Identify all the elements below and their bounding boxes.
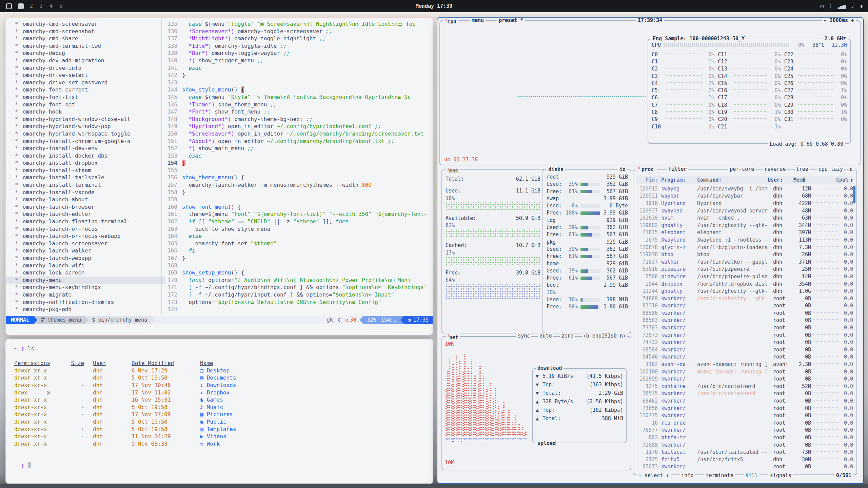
file-list-item[interactable]: *omarchy-launch-browser bbox=[15, 203, 167, 211]
process-row[interactable]: 68586kworker/root0B0.0 bbox=[636, 309, 853, 317]
file-list-item[interactable]: *omarchy-launch-webapp bbox=[15, 255, 167, 262]
file-list-item[interactable]: *omarchy-font-list bbox=[15, 94, 167, 101]
process-row[interactable]: 72088kworker/root0B0.0 bbox=[636, 441, 853, 449]
file-list-item[interactable]: *omarchy-drive-select bbox=[15, 72, 167, 79]
volume-icon[interactable]: ♪ bbox=[851, 3, 854, 9]
file-list-item[interactable]: *omarchy-migrate bbox=[15, 291, 167, 299]
process-row[interactable]: 120912swaybg/usr/bin/swaybg -i /homdhh12… bbox=[636, 185, 853, 192]
tab-preset[interactable]: preset * bbox=[497, 18, 525, 24]
process-row[interactable]: 68584kworker/root0B0.0 bbox=[636, 346, 853, 353]
process-row[interactable]: 102100kworker/avahi-daemon: running [roo… bbox=[636, 368, 853, 375]
file-list-item[interactable]: *omarchy-font-current bbox=[15, 86, 167, 94]
workspace-2[interactable]: 2 bbox=[30, 3, 33, 9]
terminal-body[interactable]: ~❯lsPermissionsSizeUserDate ModifiedName… bbox=[6, 340, 433, 483]
process-row[interactable]: 68402kworker/root0B0.0 bbox=[636, 397, 853, 405]
meter-icon[interactable]: ▂▄▆ bbox=[838, 3, 845, 9]
proc-footer-item[interactable]: ↑ select ↓ bbox=[637, 472, 671, 479]
file-list-item[interactable]: *omarchy-cmd-terminal-cwd bbox=[15, 42, 167, 50]
file-list-item[interactable]: *omarchy-drive-set-password bbox=[15, 79, 167, 86]
process-row[interactable]: 119802ghostty/usr/bin/ghostty --gtk-dhh3… bbox=[636, 222, 853, 229]
file-list-item[interactable]: *omarchy-install-chromium-google-a bbox=[15, 138, 167, 145]
proc-option-reverse[interactable]: reverse bbox=[763, 166, 787, 172]
process-row[interactable]: 2506pipewire/usr/bin/pipewire-pulsedhh14… bbox=[636, 273, 853, 280]
file-list-item[interactable]: *omarchy-install-terminal bbox=[15, 181, 167, 189]
file-list-item[interactable]: *omarchy-launch-or-focus-webapp bbox=[15, 232, 167, 240]
file-list-item[interactable]: *omarchy-cmd-screensaver bbox=[15, 20, 167, 28]
net-title[interactable]: 3net bbox=[446, 333, 460, 341]
file-list-item[interactable]: *omarchy-launch-editor bbox=[15, 210, 167, 218]
net-interface[interactable]: ‹b enp191s0 n› bbox=[582, 333, 627, 339]
process-row[interactable]: 119078btopbtopdhh26M0.0 bbox=[636, 251, 853, 258]
file-list-item[interactable]: *omarchy-pkg-add bbox=[15, 306, 167, 313]
process-row[interactable]: 2075XwaylandXwayland :1 -rootless -dhh11… bbox=[636, 236, 853, 244]
proc-header[interactable]: Pid:Program:Command:User:MemBCpu%↑ bbox=[636, 176, 853, 184]
workspace-5[interactable]: 5 bbox=[59, 3, 62, 9]
editor-code-pane[interactable]: 135 case $(menu "Toggle" "▣ Screensaver\… bbox=[162, 20, 432, 314]
process-row[interactable]: 110775kworker/root0B0.0 bbox=[636, 412, 853, 419]
process-row[interactable]: 73703kworker/root0B0.0 bbox=[636, 324, 853, 331]
file-list-item[interactable]: *omarchy-launch-floating-terminal- bbox=[15, 218, 167, 225]
process-row[interactable]: 2125fcitx5/usr/bin/fcitx5dhh30M0.0 bbox=[636, 456, 853, 463]
process-row[interactable]: 72073kworker/root0B0.0 bbox=[636, 331, 853, 339]
net-toggle-sync[interactable]: sync bbox=[516, 333, 531, 339]
editor-file-list[interactable]: *omarchy-cmd-screensaver*omarchy-cmd-scr… bbox=[6, 20, 167, 314]
mem-title[interactable]: 2mem bbox=[446, 166, 460, 174]
file-list-item[interactable]: *omarchy-hyprland-window-pop bbox=[15, 123, 167, 130]
file-list-item[interactable]: *omarchy-install-dropbox bbox=[15, 159, 167, 167]
proc-filter[interactable]: filter bbox=[667, 166, 688, 172]
apps-icon[interactable]: ✱ bbox=[860, 3, 863, 9]
process-row[interactable]: 73656kworker/root0B0.0 bbox=[636, 405, 853, 412]
process-row[interactable]: 74869kworker//usr/bin/ghostty --gtk-root… bbox=[636, 295, 853, 302]
tab-menu[interactable]: menu bbox=[470, 18, 486, 24]
process-row[interactable]: 95673kworker/root0B0.0 bbox=[636, 463, 853, 471]
process-row[interactable]: 120878glycin-i/usr/lib/glycin-loadersdhh… bbox=[636, 244, 853, 251]
process-row[interactable]: 120921waybar/usr/bin/waybardhh68M0.0 bbox=[636, 192, 853, 200]
process-row[interactable]: 803btrfs-trroot0B0.0 bbox=[636, 434, 853, 441]
process-row[interactable]: 74733kworker/root0B0.0 bbox=[636, 339, 853, 346]
bluetooth-icon[interactable]: ᛒ bbox=[829, 3, 831, 9]
proc-title[interactable]: 4proc bbox=[636, 166, 657, 172]
disks-title[interactable]: disks bbox=[547, 166, 565, 173]
file-list-item[interactable]: *omarchy-hyprland-workspace-toggle bbox=[15, 130, 167, 138]
file-list-item[interactable]: *omarchy-dev-add-migration bbox=[15, 57, 167, 64]
screencast-icon[interactable]: ◱ bbox=[821, 3, 823, 9]
process-row[interactable]: 2544dropbox/home/dhh/.dropbox-distdhh354… bbox=[636, 280, 853, 288]
process-row[interactable]: 1162avahi-daavahi-daemon: running [avahi… bbox=[636, 361, 853, 368]
refresh-interval[interactable]: - 2000ms + bbox=[822, 18, 856, 24]
file-list-item[interactable]: *omarchy-launch-about bbox=[15, 196, 167, 203]
file-list-item[interactable]: *omarchy-cmd-share bbox=[15, 35, 167, 42]
file-list-item[interactable]: *omarchy-font-set bbox=[15, 101, 167, 108]
proc-sort-mode[interactable]: cpu lazy bbox=[817, 166, 844, 172]
proc-option-tree[interactable]: tree bbox=[795, 166, 810, 172]
process-row[interactable]: 71837walker/usr/bin/walker --gappldhh371… bbox=[636, 258, 853, 266]
process-row[interactable]: 94540kworker/root0B0.0 bbox=[636, 353, 853, 361]
file-list-item[interactable]: *omarchy-menu bbox=[6, 277, 165, 284]
prompt-line[interactable]: ~❯ bbox=[14, 462, 433, 470]
file-list-item[interactable]: *omarchy-install-dev-env bbox=[15, 145, 167, 152]
file-list-item[interactable]: *omarchy-lock-screen bbox=[15, 269, 167, 277]
proc-option-per-core[interactable]: per-core bbox=[728, 166, 755, 172]
file-list-item[interactable]: *omarchy-notification-dismiss bbox=[15, 299, 167, 306]
file-list-item[interactable]: *omarchy-drive-info bbox=[15, 64, 167, 72]
workspace-3[interactable]: 3 bbox=[40, 3, 43, 9]
process-row[interactable]: 71835elephantelephantdhh397M0.0 bbox=[636, 229, 853, 237]
process-row[interactable]: 16rcu_preeroot0B0.0 bbox=[636, 419, 853, 427]
process-row[interactable]: 102638nvimnvim --embed .dhh63M0.0 bbox=[636, 214, 853, 222]
process-row[interactable]: 76577kworker/root0B0.0 bbox=[636, 427, 853, 434]
net-toggle-zero[interactable]: zero bbox=[560, 333, 575, 339]
file-list-item[interactable]: *omarchy-hook bbox=[15, 108, 167, 116]
file-list-item[interactable]: *omarchy-launch-walker bbox=[15, 247, 167, 255]
proc-sort-arrows[interactable]: ⇅ bbox=[849, 166, 854, 172]
file-list-item[interactable]: *omarchy-install-vscode bbox=[15, 189, 167, 196]
file-list-item[interactable]: *omarchy-cmd-screenshot bbox=[15, 28, 167, 35]
file-list-item[interactable]: *omarchy-debug bbox=[15, 49, 167, 57]
process-row[interactable]: 120937swayosd-/usr/bin/swayosd-serverdhh… bbox=[636, 207, 853, 215]
proc-footer-item[interactable]: terminate bbox=[704, 472, 735, 479]
process-row[interactable]: 1170tailscal/usr/sbin/tailscaled --root7… bbox=[636, 448, 853, 456]
process-row[interactable]: 76575kworker//usr/bin/containerdroot0B0.… bbox=[636, 390, 853, 398]
workspace-4[interactable]: 4 bbox=[50, 3, 53, 9]
proc-footer-item[interactable]: signals bbox=[768, 472, 793, 479]
file-list-item[interactable]: *omarchy-install-docker-dbs bbox=[15, 152, 167, 160]
file-list-item[interactable]: *omarchy-hyprland-window-close-all bbox=[15, 116, 167, 123]
tab-cpu[interactable]: 1cpu bbox=[443, 18, 458, 25]
